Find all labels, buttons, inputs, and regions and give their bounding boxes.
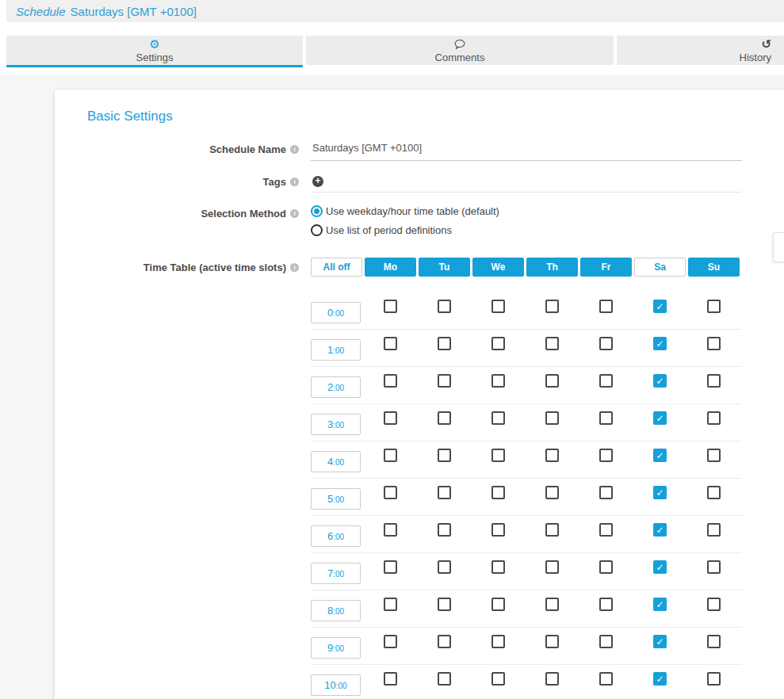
- slot-checkbox-mo-2-00[interactable]: [384, 374, 397, 388]
- slot-checkbox-mo-9-00[interactable]: [384, 635, 397, 648]
- hour-toggle-10-00[interactable]: 10:00: [311, 674, 361, 696]
- slot-checkbox-tu-1-00[interactable]: [438, 337, 451, 350]
- all-off-button[interactable]: All off: [311, 258, 362, 277]
- slot-checkbox-fr-0-00[interactable]: [599, 300, 613, 313]
- tab-comments[interactable]: Comments: [306, 36, 614, 65]
- slot-checkbox-su-4-00[interactable]: [707, 449, 721, 462]
- slot-checkbox-th-10-00[interactable]: [545, 672, 559, 686]
- slot-checkbox-th-8-00[interactable]: [545, 598, 559, 611]
- slot-checkbox-su-3-00[interactable]: [707, 411, 721, 425]
- slot-checkbox-tu-2-00[interactable]: [438, 374, 451, 388]
- slot-checkbox-th-7-00[interactable]: [545, 560, 559, 574]
- slot-checkbox-tu-9-00[interactable]: [438, 635, 451, 648]
- slot-checkbox-tu-3-00[interactable]: [438, 411, 451, 425]
- radio-unselected-icon[interactable]: [311, 224, 323, 236]
- day-toggle-fr[interactable]: Fr: [580, 258, 632, 277]
- add-tag-icon[interactable]: [312, 176, 323, 187]
- slot-checkbox-mo-3-00[interactable]: [384, 411, 397, 425]
- hour-toggle-2-00[interactable]: 2:00: [311, 376, 361, 398]
- info-icon[interactable]: [290, 263, 299, 272]
- hour-toggle-6-00[interactable]: 6:00: [311, 525, 361, 547]
- slot-checkbox-mo-8-00[interactable]: [384, 598, 397, 611]
- slot-checkbox-mo-1-00[interactable]: [384, 337, 397, 350]
- slot-checkbox-tu-6-00[interactable]: [438, 523, 451, 537]
- slot-checkbox-th-3-00[interactable]: [545, 411, 559, 425]
- slot-checkbox-fr-7-00[interactable]: [599, 560, 613, 574]
- slot-checkbox-fr-5-00[interactable]: [599, 486, 613, 499]
- slot-checkbox-su-6-00[interactable]: [707, 523, 721, 537]
- slot-checkbox-we-9-00[interactable]: [491, 635, 505, 648]
- slot-checkbox-su-8-00[interactable]: [707, 598, 721, 611]
- slot-checkbox-we-6-00[interactable]: [491, 523, 505, 537]
- slot-checkbox-mo-0-00[interactable]: [384, 300, 397, 313]
- slot-checkbox-sa-5-00[interactable]: [653, 486, 667, 499]
- hour-toggle-3-00[interactable]: 3:00: [311, 414, 361, 435]
- hour-toggle-7-00[interactable]: 7:00: [311, 563, 361, 584]
- slot-checkbox-th-4-00[interactable]: [545, 449, 559, 462]
- slot-checkbox-su-9-00[interactable]: [707, 635, 721, 648]
- slot-checkbox-th-2-00[interactable]: [545, 374, 559, 388]
- slot-checkbox-we-7-00[interactable]: [491, 560, 505, 574]
- slot-checkbox-mo-10-00[interactable]: [384, 672, 397, 686]
- slot-checkbox-sa-10-00[interactable]: [653, 672, 667, 686]
- slot-checkbox-we-4-00[interactable]: [491, 449, 505, 462]
- hour-toggle-9-00[interactable]: 9:00: [311, 637, 361, 659]
- slot-checkbox-tu-0-00[interactable]: [438, 300, 451, 313]
- slot-checkbox-sa-6-00[interactable]: [653, 523, 667, 537]
- slot-checkbox-tu-4-00[interactable]: [438, 449, 451, 462]
- tab-settings[interactable]: Settings: [6, 36, 303, 65]
- slot-checkbox-fr-6-00[interactable]: [599, 523, 613, 537]
- slot-checkbox-th-9-00[interactable]: [545, 635, 559, 648]
- slot-checkbox-fr-1-00[interactable]: [599, 337, 613, 350]
- slot-checkbox-fr-8-00[interactable]: [599, 598, 613, 611]
- slot-checkbox-th-0-00[interactable]: [545, 300, 559, 313]
- slot-checkbox-tu-10-00[interactable]: [438, 672, 451, 686]
- slot-checkbox-tu-7-00[interactable]: [438, 560, 451, 574]
- slot-checkbox-mo-7-00[interactable]: [384, 560, 397, 574]
- slot-checkbox-we-1-00[interactable]: [491, 337, 505, 350]
- slot-checkbox-sa-8-00[interactable]: [653, 598, 667, 611]
- slot-checkbox-we-0-00[interactable]: [491, 300, 505, 313]
- day-toggle-we[interactable]: We: [472, 258, 524, 277]
- hour-toggle-1-00[interactable]: 1:00: [311, 339, 361, 361]
- slot-checkbox-we-10-00[interactable]: [491, 672, 505, 686]
- hour-toggle-4-00[interactable]: 4:00: [311, 451, 361, 472]
- slot-checkbox-fr-9-00[interactable]: [599, 635, 613, 648]
- radio-option-timetable[interactable]: Use weekday/hour time table (default): [311, 205, 742, 217]
- radio-option-periods[interactable]: Use list of period definitions: [311, 224, 742, 236]
- hour-toggle-8-00[interactable]: 8:00: [311, 600, 361, 621]
- slot-checkbox-sa-0-00[interactable]: [653, 300, 667, 313]
- hour-toggle-5-00[interactable]: 5:00: [311, 488, 361, 510]
- slot-checkbox-su-1-00[interactable]: [707, 337, 721, 350]
- slot-checkbox-mo-4-00[interactable]: [384, 449, 397, 462]
- slot-checkbox-th-5-00[interactable]: [545, 486, 559, 499]
- day-toggle-tu[interactable]: Tu: [419, 258, 470, 277]
- slot-checkbox-mo-5-00[interactable]: [384, 486, 397, 499]
- schedule-name-input[interactable]: Saturdays [GMT +0100]: [311, 137, 742, 161]
- day-toggle-sa[interactable]: Sa: [634, 258, 686, 277]
- slot-checkbox-mo-6-00[interactable]: [384, 523, 397, 537]
- side-panel-handle[interactable]: [773, 232, 784, 262]
- info-icon[interactable]: [290, 209, 299, 218]
- slot-checkbox-fr-3-00[interactable]: [599, 411, 613, 425]
- slot-checkbox-we-5-00[interactable]: [491, 486, 505, 499]
- radio-selected-icon[interactable]: [311, 205, 323, 217]
- slot-checkbox-fr-10-00[interactable]: [599, 672, 613, 686]
- slot-checkbox-su-7-00[interactable]: [707, 560, 721, 574]
- day-toggle-th[interactable]: Th: [526, 258, 578, 277]
- slot-checkbox-we-3-00[interactable]: [491, 411, 505, 425]
- slot-checkbox-sa-1-00[interactable]: [653, 337, 667, 350]
- slot-checkbox-sa-2-00[interactable]: [653, 374, 667, 388]
- slot-checkbox-we-8-00[interactable]: [491, 598, 505, 611]
- slot-checkbox-sa-3-00[interactable]: [653, 411, 667, 425]
- slot-checkbox-tu-5-00[interactable]: [438, 486, 451, 499]
- day-toggle-su[interactable]: Su: [688, 258, 740, 277]
- slot-checkbox-sa-9-00[interactable]: [653, 635, 667, 648]
- slot-checkbox-we-2-00[interactable]: [491, 374, 505, 388]
- slot-checkbox-th-1-00[interactable]: [545, 337, 559, 350]
- slot-checkbox-th-6-00[interactable]: [545, 523, 559, 537]
- slot-checkbox-su-10-00[interactable]: [707, 672, 721, 686]
- day-toggle-mo[interactable]: Mo: [365, 258, 416, 277]
- slot-checkbox-fr-4-00[interactable]: [599, 449, 613, 462]
- slot-checkbox-su-2-00[interactable]: [707, 374, 721, 388]
